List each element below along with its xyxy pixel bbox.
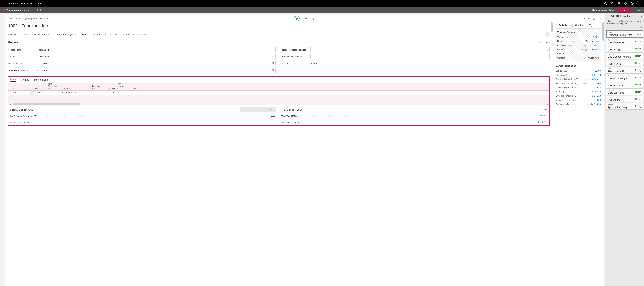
action-fewer-options[interactable]: Fewer options: [133, 33, 148, 36]
vendor-no-link[interactable]: 10000: [593, 36, 599, 38]
vendor-name-field[interactable]: Fabrikam, Inc.: [36, 47, 276, 52]
search-icon[interactable]: [602, 0, 609, 7]
field-item[interactable]: DecimalUnit Cost ($)Ready: [606, 45, 643, 52]
field-item[interactable]: DateExpected Receipt DateReady: [606, 30, 643, 37]
field-status: Ready: [635, 105, 642, 108]
check-icon: ✓: [581, 17, 583, 20]
action-navigate[interactable]: Navigate: [92, 33, 101, 36]
col-ref[interactable]: Item Reference No.: [47, 83, 61, 90]
order-date-field[interactable]: 4/12/2021: [36, 68, 276, 73]
done-button[interactable]: Done: [618, 7, 631, 12]
col-description[interactable]: Description: [61, 83, 91, 90]
scrollbar[interactable]: [602, 22, 604, 41]
table-row[interactable]: [8, 99, 549, 103]
notifications-icon[interactable]: [609, 0, 616, 7]
table-row[interactable]: [8, 95, 549, 99]
action-approve[interactable]: Approve: [20, 33, 29, 36]
field-item[interactable]: BooleanAllow Invoice Disc.Ready: [606, 67, 643, 74]
col-type[interactable]: Type: [12, 83, 30, 90]
vendor-details-heading[interactable]: Vendor Details⌄: [557, 30, 599, 35]
close-icon[interactable]: ✕: [640, 15, 642, 18]
svg-rect-0: [3, 2, 3, 2]
scrollbar[interactable]: [551, 22, 552, 32]
personalize-title: Personalizing: Lines: [6, 9, 29, 11]
total-incl-label: Total Incl. Tax (USD): [282, 121, 512, 124]
col-direct-cost[interactable]: Direct Un: [128, 83, 141, 90]
field-item[interactable]: DecimalUnit Gross WeightReady: [606, 74, 643, 81]
email-link[interactable]: krystal.york@contoso.com: [574, 48, 599, 51]
expand-lines-icon[interactable]: ⛶: [546, 79, 548, 81]
less-toggle[interactable]: ⌃ Less: [634, 9, 642, 11]
action-process[interactable]: Process: [8, 33, 16, 36]
action-quote[interactable]: Quote: [70, 33, 76, 36]
field-type: Date: [608, 32, 635, 34]
clear-personalization-button[interactable]: Clear personalization...: [592, 9, 614, 11]
requested-receipt-field[interactable]: [310, 47, 550, 52]
chevron-left-icon[interactable]: 〈: [607, 15, 609, 18]
inv-discount-amt-field[interactable]: 0.00: [240, 114, 276, 118]
add-field-button[interactable]: ＋ Field: [34, 8, 42, 11]
vendor-shipment-field[interactable]: [310, 54, 550, 59]
settings-icon[interactable]: [622, 0, 629, 7]
row-menu-icon[interactable]: ⋮: [30, 91, 34, 95]
field-status: Ready: [635, 33, 641, 35]
manage-tab[interactable]: Manage: [21, 78, 29, 81]
share-icon[interactable]: [593, 17, 595, 20]
chevron-down-icon: ⌄: [576, 31, 577, 33]
help-icon[interactable]: [629, 0, 636, 7]
show-more-link[interactable]: Show more: [539, 41, 550, 44]
action-request-approval[interactable]: Request Approval: [33, 33, 51, 36]
phone-link[interactable]: 4255550101: [587, 44, 599, 47]
app-launcher-icon[interactable]: [2, 1, 6, 6]
field-item[interactable]: DecimalLine Discount AmountReady: [606, 52, 643, 59]
horizontal-scrollbar[interactable]: ◄►: [8, 103, 549, 105]
col-quantity[interactable]: Quantity: [106, 83, 116, 90]
requested-receipt-label: Requested Receipt Date: [282, 49, 310, 51]
svg-rect-5: [5, 3, 5, 3]
col-uom[interactable]: Unit of Measure Code: [116, 83, 128, 90]
attachments-tab[interactable]: 📎Attachments (0): [570, 24, 592, 27]
field-item[interactable]: DecimalUnit Net WeightReady: [606, 81, 643, 88]
new-button[interactable]: ＋: [304, 17, 307, 20]
general-heading: General: [8, 41, 18, 44]
svg-rect-8: [5, 4, 5, 4]
more-options-tab[interactable]: More options: [34, 78, 48, 81]
svg-rect-6: [3, 4, 3, 4]
col-location[interactable]: Location Code: [91, 83, 106, 90]
action-actions[interactable]: Actions: [110, 33, 118, 36]
field-item[interactable]: DecimalUnits per ParcelReady: [606, 88, 643, 95]
lines-tab[interactable]: Lines: [10, 78, 16, 82]
action-release[interactable]: Release: [80, 33, 88, 36]
field-item[interactable]: IntegerAppl.-to Item EntryReady: [606, 103, 643, 110]
user-avatar[interactable]: IK: [636, 0, 642, 7]
collapse-icon[interactable]: [598, 17, 601, 20]
personalize-indicator-icon: [2, 9, 5, 11]
field-name: Unit Cost ($): [608, 48, 635, 51]
row-select-icon[interactable]: →: [8, 91, 12, 95]
flag-icon[interactable]: [616, 0, 622, 7]
info-icon: ⓘ: [556, 24, 558, 27]
field-item[interactable]: DecimalUnit VolumeReady: [606, 96, 643, 102]
back-button[interactable]: [8, 16, 13, 21]
action-related[interactable]: Related: [122, 33, 130, 36]
svg-point-15: [632, 4, 632, 4]
contact-field[interactable]: Krystal York: [36, 54, 276, 59]
vendor-name-label: Vendor Name: [8, 49, 36, 51]
vendor-statistics-heading[interactable]: Vendor Statistics: [556, 64, 601, 69]
col-no[interactable]: No.: [34, 83, 47, 90]
delete-button[interactable]: [312, 17, 314, 20]
info-icon[interactable]: ⓘ: [544, 32, 550, 37]
edit-button[interactable]: [294, 16, 300, 21]
table-row[interactable]: → Item ⋮ 1896-S ATHENS Desk 10 PCS: [8, 90, 549, 95]
action-print-send[interactable]: Print/Send: [55, 33, 66, 36]
field-item[interactable]: DecimalUnit Price ($)Ready: [606, 60, 643, 66]
inv-discount-pct-label: Invoice Discount %: [10, 121, 240, 124]
field-search-icon[interactable]: [605, 26, 644, 30]
total-tax-label: Total Tax (USD): [282, 115, 512, 117]
field-type: Decimal: [608, 89, 635, 91]
document-date-field[interactable]: 4/12/2021: [36, 61, 276, 66]
inv-discount-pct-field[interactable]: [240, 120, 276, 125]
field-item[interactable]: TextUnit of MeasureReady: [606, 38, 643, 45]
svg-point-17: [640, 27, 642, 28]
details-tab[interactable]: ⓘDetails: [556, 24, 567, 27]
